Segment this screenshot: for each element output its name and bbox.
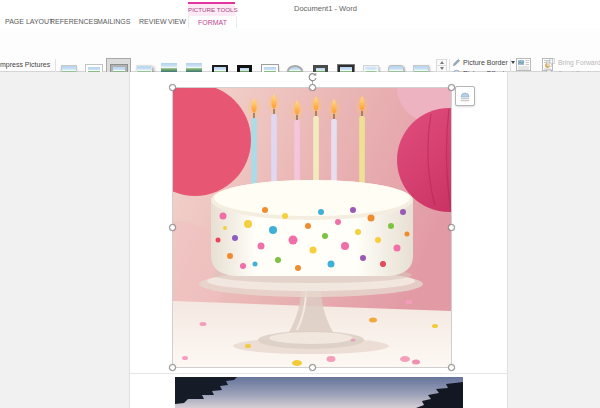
tab-references[interactable]: REFERENCES — [50, 18, 98, 25]
bring-forward-icon — [546, 58, 555, 67]
triangle-up-icon — [440, 61, 444, 64]
rotate-icon — [307, 72, 318, 83]
triangle-down-icon — [440, 67, 444, 70]
resize-handle-bottom-left[interactable] — [169, 364, 176, 371]
tab-mailings[interactable]: MAILINGS — [97, 18, 130, 25]
ribbon: Compress PicturesChange PictureReset Pic… — [0, 28, 600, 72]
resize-handle-top-right[interactable] — [448, 84, 455, 91]
tab-page-layout[interactable]: PAGE LAYOUT — [5, 18, 53, 25]
resize-handle-middle-left[interactable] — [169, 224, 176, 231]
resize-handle-top-middle[interactable] — [309, 84, 316, 91]
rotation-handle[interactable] — [307, 69, 318, 80]
selected-picture-cake[interactable] — [173, 88, 451, 367]
position-icon — [516, 57, 531, 72]
layout-options-icon — [459, 90, 471, 102]
cake-photo — [173, 88, 451, 367]
tab-review[interactable]: REVIEW — [139, 18, 167, 25]
style-preview-image — [186, 63, 202, 73]
title-bar: Document1 - Word — [0, 0, 600, 16]
button-label: Compress Pictures — [0, 61, 50, 68]
divider-line — [130, 373, 507, 374]
document-area — [0, 72, 600, 408]
tab-view[interactable]: VIEW — [168, 18, 186, 25]
word-window: Document1 - Word PAGE LAYOUTREFERENCESMA… — [0, 0, 600, 408]
contextual-tab-group-label: PICTURE TOOLS — [188, 2, 235, 16]
resize-handle-middle-right[interactable] — [448, 224, 455, 231]
bring-forward-button[interactable]: Bring Forward — [546, 57, 600, 67]
button-label: Bring Forward — [558, 59, 600, 66]
resize-handle-bottom-middle[interactable] — [309, 364, 316, 371]
resize-handle-top-left[interactable] — [169, 84, 176, 91]
ribbon-tab-row: PAGE LAYOUTREFERENCESMAILINGSREVIEWVIEW — [0, 16, 600, 28]
document-title: Document1 - Word — [294, 4, 357, 13]
dusk-photo — [175, 377, 463, 408]
layout-options-button[interactable] — [455, 86, 475, 106]
resize-handle-bottom-right[interactable] — [448, 364, 455, 371]
document-page — [129, 72, 508, 408]
picture-border-button[interactable]: Picture Border — [452, 57, 515, 67]
button-label: Picture Border — [463, 59, 508, 66]
picture-border-icon — [452, 58, 461, 67]
compress-pictures-button[interactable]: Compress Pictures — [0, 59, 50, 69]
bottom-picture-dusk[interactable] — [175, 377, 463, 408]
